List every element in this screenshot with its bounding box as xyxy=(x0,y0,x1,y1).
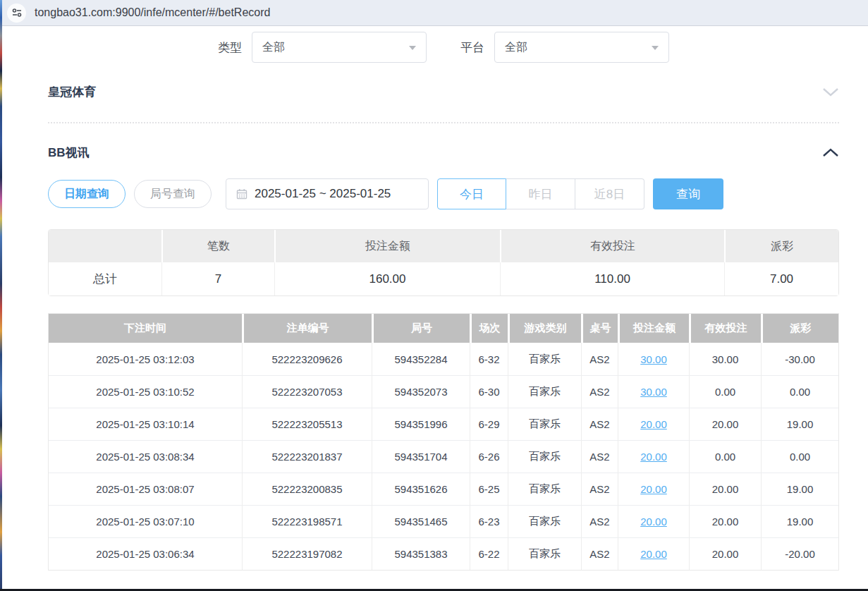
payout-cell: 19.00 xyxy=(761,505,838,537)
table-no-cell: AS2 xyxy=(581,473,618,505)
section-bb-video[interactable]: BB视讯 xyxy=(48,142,839,163)
summary-header-count: 笔数 xyxy=(161,230,274,262)
summary-total-valid-bet: 110.00 xyxy=(500,262,724,296)
header-order-no: 注单编号 xyxy=(242,314,372,343)
bet-amount-cell: 30.00 xyxy=(618,343,689,375)
table-no-cell: AS2 xyxy=(581,375,618,408)
summary-total-row: 总计 7 160.00 110.00 7.00 xyxy=(49,262,838,296)
filter-row: 类型 全部 平台 全部 xyxy=(48,32,839,63)
round-query-button[interactable]: 局号查询 xyxy=(134,180,212,208)
bet-record-page: 类型 全部 平台 全部 皇冠体育 BB视 xyxy=(0,32,868,571)
session-cell: 6-25 xyxy=(470,473,508,505)
round-no-cell: 594351626 xyxy=(372,473,470,505)
section-crown-sports[interactable]: 皇冠体育 xyxy=(48,81,839,102)
summary-header-empty xyxy=(49,230,161,262)
site-settings-icon[interactable] xyxy=(7,4,26,23)
type-filter-group: 类型 全部 xyxy=(218,32,427,63)
header-bet-time: 下注时间 xyxy=(49,314,242,343)
bet-table-header-row: 下注时间 注单编号 局号 场次 游戏类别 桌号 投注金额 有效投注 派彩 xyxy=(49,314,838,343)
valid-bet-cell: 0.00 xyxy=(689,440,761,473)
bet-amount-link[interactable]: 20.00 xyxy=(640,483,667,495)
bet-time-cell: 2025-01-25 03:10:52 xyxy=(49,375,242,408)
platform-filter-label: 平台 xyxy=(460,39,484,56)
calendar-icon xyxy=(236,188,247,200)
table-row: 2025-01-25 03:10:14522223205513594351996… xyxy=(49,408,838,440)
summary-header-bet-amount: 投注金额 xyxy=(274,230,500,262)
order-no-cell: 522223197082 xyxy=(242,537,372,570)
payout-cell: 0.00 xyxy=(761,375,838,408)
bet-table-body: 2025-01-25 03:12:03522223209626594352284… xyxy=(49,343,838,570)
summary-header-valid-bet: 有效投注 xyxy=(500,230,724,262)
query-bar: 日期查询 局号查询 2025-01-25 ~ 2025-01-25 今日 昨日 … xyxy=(48,178,839,209)
date-range-value: 2025-01-25 ~ 2025-01-25 xyxy=(255,187,391,201)
chevron-up-icon xyxy=(822,148,839,157)
date-query-button[interactable]: 日期查询 xyxy=(48,180,126,208)
table-row: 2025-01-25 03:07:10522223198571594351465… xyxy=(49,505,838,537)
quick-last8days-button[interactable]: 近8日 xyxy=(575,178,644,209)
session-cell: 6-30 xyxy=(470,375,508,408)
round-no-cell: 594351704 xyxy=(372,440,470,473)
header-session: 场次 xyxy=(470,314,508,343)
quick-today-button[interactable]: 今日 xyxy=(437,178,506,209)
header-bet-amount: 投注金额 xyxy=(618,314,689,343)
bet-time-cell: 2025-01-25 03:06:34 xyxy=(49,537,242,570)
screen: tongbao31.com:9900/infe/mcenter/#/betRec… xyxy=(0,0,868,591)
bet-amount-cell: 20.00 xyxy=(618,440,689,473)
platform-select-value: 全部 xyxy=(505,40,527,55)
summary-total-label: 总计 xyxy=(49,262,161,296)
summary-total-payout: 7.00 xyxy=(724,262,838,296)
quick-yesterday-button[interactable]: 昨日 xyxy=(506,178,575,209)
chevron-down-icon xyxy=(409,46,416,54)
table-row: 2025-01-25 03:08:34522223201837594351704… xyxy=(49,440,838,473)
bet-amount-cell: 30.00 xyxy=(618,375,689,408)
game-type-cell: 百家乐 xyxy=(508,408,581,440)
session-cell: 6-22 xyxy=(470,537,508,570)
header-game-type: 游戏类别 xyxy=(508,314,581,343)
left-edge-artifact xyxy=(0,0,2,591)
table-row: 2025-01-25 03:06:34522223197082594351383… xyxy=(49,537,838,570)
session-cell: 6-29 xyxy=(470,408,508,440)
browser-address-bar[interactable]: tongbao31.com:9900/infe/mcenter/#/betRec… xyxy=(0,0,868,26)
valid-bet-cell: 20.00 xyxy=(689,505,761,537)
game-type-cell: 百家乐 xyxy=(508,440,581,473)
table-no-cell: AS2 xyxy=(581,440,618,473)
type-select[interactable]: 全部 xyxy=(252,32,427,63)
bet-amount-cell: 20.00 xyxy=(618,408,689,440)
payout-cell: 19.00 xyxy=(761,473,838,505)
section-divider xyxy=(48,122,839,123)
bet-amount-link[interactable]: 20.00 xyxy=(640,418,667,430)
valid-bet-cell: 20.00 xyxy=(689,408,761,440)
payout-cell: -30.00 xyxy=(761,343,838,375)
date-range-picker[interactable]: 2025-01-25 ~ 2025-01-25 xyxy=(226,178,429,209)
platform-select[interactable]: 全部 xyxy=(494,32,669,63)
payout-cell: 19.00 xyxy=(761,408,838,440)
bet-records-table: 下注时间 注单编号 局号 场次 游戏类别 桌号 投注金额 有效投注 派彩 202… xyxy=(48,313,839,571)
payout-cell: 0.00 xyxy=(761,440,838,473)
bet-amount-link[interactable]: 30.00 xyxy=(640,353,667,365)
table-row: 2025-01-25 03:08:07522223200835594351626… xyxy=(49,473,838,505)
valid-bet-cell: 20.00 xyxy=(689,537,761,570)
search-button[interactable]: 查询 xyxy=(653,178,723,209)
round-no-cell: 594352073 xyxy=(372,375,470,408)
header-valid-bet: 有效投注 xyxy=(689,314,761,343)
table-no-cell: AS2 xyxy=(581,505,618,537)
bet-time-cell: 2025-01-25 03:07:10 xyxy=(49,505,242,537)
bet-amount-link[interactable]: 20.00 xyxy=(640,451,667,463)
bet-amount-link[interactable]: 20.00 xyxy=(640,548,667,560)
bet-amount-link[interactable]: 30.00 xyxy=(640,386,667,398)
game-type-cell: 百家乐 xyxy=(508,473,581,505)
order-no-cell: 522223205513 xyxy=(242,408,372,440)
session-cell: 6-23 xyxy=(470,505,508,537)
round-no-cell: 594351465 xyxy=(372,505,470,537)
table-row: 2025-01-25 03:12:03522223209626594352284… xyxy=(49,343,838,375)
game-type-cell: 百家乐 xyxy=(508,505,581,537)
bet-amount-cell: 20.00 xyxy=(618,505,689,537)
payout-cell: -20.00 xyxy=(761,537,838,570)
bet-time-cell: 2025-01-25 03:12:03 xyxy=(49,343,242,375)
type-filter-label: 类型 xyxy=(218,39,242,56)
bet-amount-link[interactable]: 20.00 xyxy=(640,516,667,528)
table-no-cell: AS2 xyxy=(581,343,618,375)
tune-icon xyxy=(12,8,22,18)
bet-time-cell: 2025-01-25 03:10:14 xyxy=(49,408,242,440)
summary-header-row: 笔数 投注金额 有效投注 派彩 xyxy=(49,230,838,262)
